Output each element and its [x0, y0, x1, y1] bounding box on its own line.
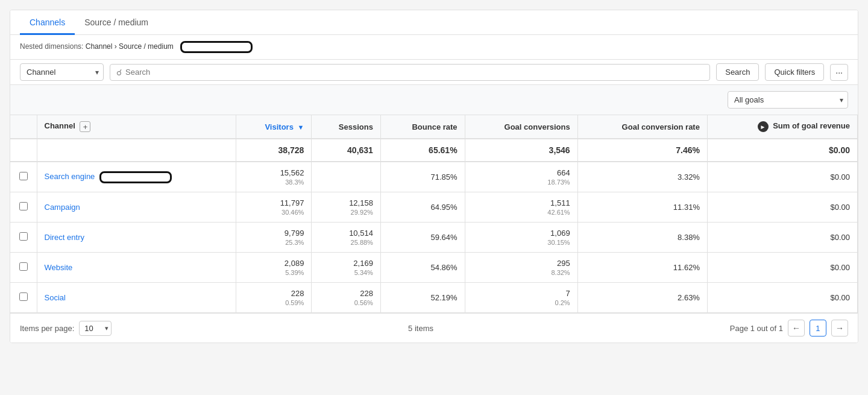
goals-select[interactable]: All goals Goal 1 Goal 2 Goal 3 — [728, 91, 848, 109]
row-checkbox[interactable] — [19, 202, 28, 210]
row-checkbox[interactable] — [19, 262, 28, 271]
items-per-page-select[interactable]: 10 25 50 100 — [79, 321, 112, 336]
row-goal-conversions-cell: 2958.32% — [465, 253, 577, 283]
row-sum-goal-revenue-cell: $0.00 — [707, 283, 857, 313]
row-channel-cell: Social — [37, 283, 236, 313]
row-goal-conversions-cell: 70.2% — [465, 283, 577, 313]
row-check-cell — [10, 283, 37, 313]
totals-visitors-cell: 38,728 — [236, 139, 312, 162]
row-bounce-rate-cell: 64.95% — [380, 192, 465, 223]
col-header-channel: Channel + — [37, 115, 236, 139]
row-check-cell — [10, 223, 37, 253]
quick-filters-button[interactable]: Quick filters — [765, 63, 824, 81]
annotation-box-search-engine — [99, 171, 172, 183]
row-visitors-cell: 11,79730.46% — [236, 192, 312, 223]
goals-select-wrapper: All goals Goal 1 Goal 2 Goal 3 — [728, 91, 848, 109]
channel-link[interactable]: Campaign — [45, 203, 80, 212]
channel-link[interactable]: Direct entry — [45, 233, 84, 242]
col-header-visitors[interactable]: Visitors ▼ — [236, 115, 312, 139]
row-goal-conversion-rate-cell: 2.63% — [577, 283, 707, 313]
items-per-page-select-wrapper: 10 25 50 100 — [79, 321, 112, 336]
totals-check-cell — [10, 139, 37, 162]
items-per-page-label: Items per page: — [20, 324, 74, 333]
row-checkbox[interactable] — [19, 172, 28, 180]
row-bounce-rate-cell: 54.86% — [380, 253, 465, 283]
table-row: Website2,0895.39%2,1695.34%54.86%2958.32… — [10, 253, 858, 283]
channel-link[interactable]: Search engine — [45, 172, 95, 181]
row-sum-goal-revenue-cell: $0.00 — [707, 223, 857, 253]
totals-channel-cell — [37, 139, 236, 162]
table-footer: Items per page: 10 25 50 100 5 items Pag… — [10, 313, 858, 343]
row-channel-cell: Website — [37, 253, 236, 283]
totals-sum-goal-revenue-cell: $0.00 — [707, 139, 857, 162]
row-bounce-rate-cell: 71.85% — [380, 162, 465, 192]
search-icon: ☌ — [116, 68, 122, 77]
nested-dimensions-label: Nested dimensions: Channel › Source / me… — [20, 41, 253, 53]
dimension-select[interactable]: Channel Source / medium Landing page — [20, 63, 104, 81]
row-channel-cell: Direct entry — [37, 223, 236, 253]
main-container: Channels Source / medium Nested dimensio… — [10, 10, 858, 343]
row-goal-conversions-cell: 66418.73% — [465, 162, 577, 192]
totals-row: 38,728 40,631 65.61% 3,546 7.46% $0.00 — [10, 139, 858, 162]
add-dimension-button[interactable]: + — [80, 121, 90, 132]
row-sum-goal-revenue-cell: $0.00 — [707, 253, 857, 283]
row-check-cell — [10, 162, 37, 192]
tab-source-medium[interactable]: Source / medium — [75, 10, 158, 35]
row-goal-conversion-rate-cell: 11.62% — [577, 253, 707, 283]
row-checkbox[interactable] — [19, 232, 28, 241]
search-button[interactable]: Search — [716, 63, 759, 81]
table-row: Campaign11,79730.46%12,15829.92%64.95%1,… — [10, 192, 858, 223]
tab-bar: Channels Source / medium — [10, 10, 858, 35]
row-channel-cell: Search engine — [37, 162, 236, 192]
toolbar: Nested dimensions: Channel › Source / me… — [10, 35, 858, 60]
footer-right: Page 1 out of 1 ← 1 → — [730, 320, 848, 337]
row-goal-conversion-rate-cell: 3.32% — [577, 162, 707, 192]
row-sessions-cell: 10,51425.88% — [312, 223, 381, 253]
col-header-check — [10, 115, 37, 139]
row-visitors-cell: 2,0895.39% — [236, 253, 312, 283]
data-table: Channel + Visitors ▼ Sessions Bounce rat… — [10, 115, 858, 313]
sort-arrow-visitors: ▼ — [298, 124, 304, 131]
table-row: Direct entry9,79925.3%10,51425.88%59.64%… — [10, 223, 858, 253]
col-header-goal-conversions: Goal conversions — [465, 115, 577, 139]
totals-goal-conversion-rate-cell: 7.46% — [577, 139, 707, 162]
current-page-number: 1 — [810, 320, 826, 337]
row-bounce-rate-cell: 59.64% — [380, 223, 465, 253]
channel-link[interactable]: Website — [45, 263, 73, 272]
row-sessions-cell: 2280.56% — [312, 283, 381, 313]
col-header-sessions: Sessions — [312, 115, 381, 139]
dimension-select-wrapper: Channel Source / medium Landing page — [20, 63, 104, 81]
row-channel-cell: Campaign — [37, 192, 236, 223]
page-next-button[interactable]: → — [831, 320, 848, 337]
row-visitors-cell: 15,56238.3% — [236, 162, 312, 192]
row-checkbox[interactable] — [19, 292, 28, 301]
tab-channels[interactable]: Channels — [20, 10, 75, 35]
col-header-sum-goal-revenue: ► Sum of goal revenue — [707, 115, 857, 139]
totals-goal-conversions-cell: 3,546 — [465, 139, 577, 162]
row-sum-goal-revenue-cell: $0.00 — [707, 192, 857, 223]
totals-bounce-rate-cell: 65.61% — [380, 139, 465, 162]
page-prev-button[interactable]: ← — [788, 320, 805, 337]
row-goal-conversion-rate-cell: 11.31% — [577, 192, 707, 223]
table-header-row: Channel + Visitors ▼ Sessions Bounce rat… — [10, 115, 858, 139]
row-sessions-cell: 2,1695.34% — [312, 253, 381, 283]
row-sessions-cell — [312, 162, 381, 192]
row-visitors-cell: 9,79925.3% — [236, 223, 312, 253]
row-goal-conversions-cell: 1,06930.15% — [465, 223, 577, 253]
row-goal-conversion-rate-cell: 8.38% — [577, 223, 707, 253]
goal-revenue-icon: ► — [758, 121, 769, 132]
totals-sessions-cell: 40,631 — [312, 139, 381, 162]
table-row: Search engine15,56238.3%71.85%66418.73%3… — [10, 162, 858, 192]
col-header-goal-conversion-rate: Goal conversion rate — [577, 115, 707, 139]
row-sum-goal-revenue-cell: $0.00 — [707, 162, 857, 192]
more-button[interactable]: ··· — [830, 64, 848, 81]
table-row: Social2280.59%2280.56%52.19%70.2%2.63%$0… — [10, 283, 858, 313]
row-check-cell — [10, 253, 37, 283]
items-count: 5 items — [408, 324, 433, 333]
row-check-cell — [10, 192, 37, 223]
row-sessions-cell: 12,15829.92% — [312, 192, 381, 223]
col-header-bounce-rate: Bounce rate — [380, 115, 465, 139]
search-input[interactable] — [125, 68, 703, 77]
channel-link[interactable]: Social — [45, 293, 66, 302]
row-bounce-rate-cell: 52.19% — [380, 283, 465, 313]
